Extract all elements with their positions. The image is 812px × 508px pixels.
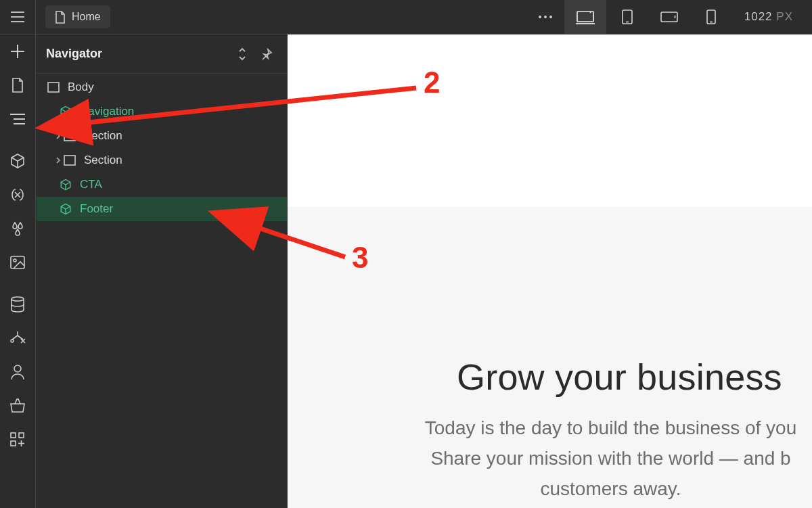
navigator-icon xyxy=(9,113,26,125)
navigator-button[interactable] xyxy=(0,102,36,136)
tree-item-label: Section xyxy=(84,154,122,167)
svg-rect-34 xyxy=(19,433,24,438)
navigator-tree: Body Navigation Section Section xyxy=(37,74,287,221)
canvas-width-unit: PX xyxy=(776,10,793,23)
svg-rect-41 xyxy=(64,156,75,165)
navigator-title: Navigator xyxy=(46,47,230,61)
plus-icon xyxy=(10,44,25,59)
svg-rect-23 xyxy=(11,256,24,269)
page-tab-home[interactable]: Home xyxy=(45,5,110,28)
canvas-paragraph-line: Today is the day to build the business o… xyxy=(425,417,796,438)
variables-button[interactable] xyxy=(0,178,36,212)
component-icon xyxy=(58,202,73,216)
tree-item-body[interactable]: Body xyxy=(37,75,287,99)
component-icon xyxy=(58,104,73,119)
navigator-pin-button[interactable] xyxy=(254,42,279,66)
cms-button[interactable] xyxy=(0,287,36,321)
tree-item-label: CTA xyxy=(80,178,102,191)
main-menu-button[interactable] xyxy=(0,0,36,34)
svg-rect-33 xyxy=(11,433,16,438)
mobile-icon xyxy=(706,9,716,24)
tablet-portrait-icon xyxy=(621,9,633,24)
style-selectors-button[interactable] xyxy=(0,212,36,246)
svg-rect-35 xyxy=(11,441,16,446)
breakpoint-tablet-landscape[interactable] xyxy=(648,0,690,34)
svg-line-28 xyxy=(18,336,23,340)
droplets-icon xyxy=(9,221,26,237)
breakpoint-mobile[interactable] xyxy=(690,0,732,34)
components-button[interactable] xyxy=(0,144,36,178)
tree-item-label: Footer xyxy=(80,202,113,216)
assets-button[interactable] xyxy=(0,246,36,279)
users-button[interactable] xyxy=(0,355,36,389)
canvas-width-display[interactable]: 1022 PX xyxy=(732,10,812,24)
svg-point-4 xyxy=(544,16,547,18)
tree-item-label: Section xyxy=(84,129,122,143)
breakpoint-desktop[interactable]: * xyxy=(564,0,606,34)
left-toolbar xyxy=(0,34,36,508)
database-icon xyxy=(10,296,25,313)
body-icon xyxy=(46,80,61,95)
page-icon xyxy=(55,11,66,24)
canvas-paragraph[interactable]: Today is the day to build the business o… xyxy=(348,413,812,504)
canvas-width-value: 1022 xyxy=(744,10,773,23)
breakpoint-tablet[interactable] xyxy=(606,0,648,34)
navigator-panel: Navigator Body Navigation xyxy=(37,34,288,508)
variables-icon xyxy=(9,187,26,203)
svg-point-5 xyxy=(549,16,552,18)
basket-icon xyxy=(9,398,26,414)
svg-point-29 xyxy=(11,340,14,342)
user-icon xyxy=(10,364,25,380)
component-icon xyxy=(58,177,73,192)
page-icon xyxy=(12,78,24,93)
svg-line-27 xyxy=(12,336,18,340)
svg-rect-38 xyxy=(48,83,59,92)
tree-item-navigation[interactable]: Navigation xyxy=(37,99,287,124)
tree-item-cta[interactable]: CTA xyxy=(37,172,287,197)
logic-icon xyxy=(9,330,26,346)
apps-icon xyxy=(10,432,25,447)
hamburger-icon xyxy=(10,11,25,23)
logic-button[interactable] xyxy=(0,321,36,355)
design-canvas[interactable]: Grow your business Today is the day to b… xyxy=(288,34,812,508)
top-bar: Home * 1022 PX xyxy=(0,0,812,34)
section-icon xyxy=(62,129,77,143)
svg-rect-40 xyxy=(64,131,75,141)
chevrons-vertical-icon xyxy=(238,47,247,61)
image-icon xyxy=(9,254,26,271)
tablet-landscape-icon xyxy=(660,11,678,23)
canvas-paragraph-line: Share your mission with the world — and … xyxy=(430,448,790,469)
tree-item-footer[interactable]: Footer xyxy=(37,197,287,221)
pin-icon xyxy=(261,48,273,60)
canvas-heading[interactable]: Grow your business xyxy=(457,356,782,398)
apps-button[interactable] xyxy=(0,423,36,457)
svg-point-32 xyxy=(14,365,21,372)
tree-item-section[interactable]: Section xyxy=(37,148,287,172)
add-elements-button[interactable] xyxy=(0,34,36,68)
page-tab-label: Home xyxy=(72,11,101,23)
tree-item-section[interactable]: Section xyxy=(37,124,287,148)
tree-item-label: Navigation xyxy=(80,105,134,118)
navigator-header: Navigator xyxy=(37,34,287,74)
breakpoint-switcher: * xyxy=(564,0,732,34)
more-options-button[interactable] xyxy=(526,0,564,34)
ecommerce-button[interactable] xyxy=(0,389,36,423)
cube-icon xyxy=(9,153,26,169)
pages-button[interactable] xyxy=(0,68,36,102)
dots-horizontal-icon xyxy=(538,15,553,19)
svg-point-3 xyxy=(539,16,541,18)
svg-text:*: * xyxy=(589,10,591,16)
desktop-icon: * xyxy=(576,9,595,24)
navigator-expand-button[interactable] xyxy=(230,42,254,66)
canvas-paragraph-line: customers away. xyxy=(541,478,681,499)
section-icon xyxy=(62,153,77,168)
svg-point-24 xyxy=(14,259,16,262)
svg-point-25 xyxy=(12,297,24,301)
tree-item-label: Body xyxy=(68,80,94,94)
